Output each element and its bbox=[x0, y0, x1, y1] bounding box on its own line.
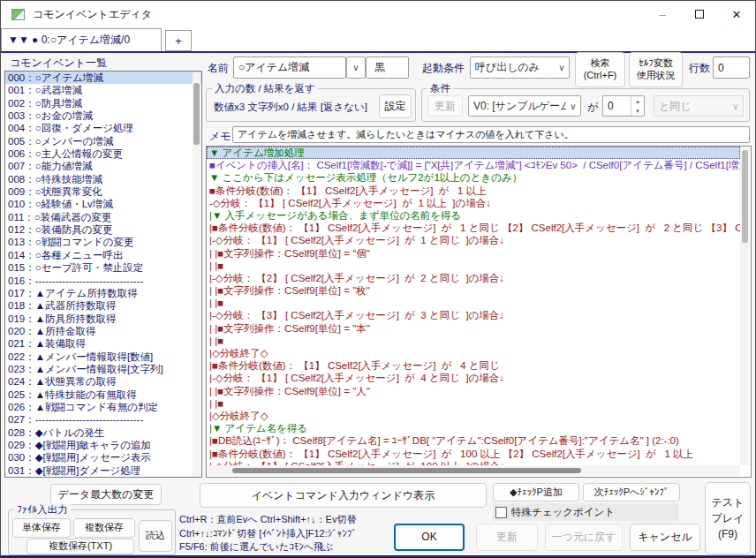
code-line[interactable]: | |■文字列操作：CSelf9[単位] = "枚" bbox=[207, 284, 740, 297]
code-line[interactable]: |▼ 入手メッセージがある場合、まず単位の名前を得る bbox=[207, 209, 740, 222]
list-item[interactable]: 014：○各種メニュー呼出 bbox=[5, 249, 201, 261]
list-item[interactable]: 011：○装備武器の変更 bbox=[5, 211, 201, 223]
list-item[interactable]: 002：○防具増減 bbox=[5, 97, 201, 109]
list-item[interactable]: 018：▲武器所持数取得 bbox=[5, 299, 201, 312]
name-dropdown-button[interactable]: ∨ bbox=[346, 57, 366, 79]
maximize-button[interactable] bbox=[681, 1, 718, 27]
minimize-button[interactable]: – bbox=[644, 1, 681, 27]
code-line[interactable]: | |■文字列操作：CSelf9[単位] = "個" bbox=[207, 247, 740, 260]
ok-button[interactable]: OK bbox=[394, 524, 465, 551]
list-item[interactable]: 022：▲メンバー情報取得[数値] bbox=[5, 351, 201, 363]
list-item[interactable]: 003：○お金の増減 bbox=[5, 109, 201, 122]
checkpoint-add-button[interactable]: ◆ﾁｪｯｸP追加 bbox=[493, 483, 579, 501]
add-tab-button[interactable]: + bbox=[165, 30, 192, 51]
code-line[interactable]: | |■ bbox=[207, 297, 740, 309]
load-button[interactable]: 読込 bbox=[139, 520, 172, 552]
list-item[interactable]: 016：-------------------------------- bbox=[5, 275, 201, 287]
list-item[interactable]: 004：○回復・ダメージ処理 bbox=[5, 122, 201, 134]
list-item[interactable]: 009：○状態異常変化 bbox=[5, 185, 201, 198]
chevron-down-icon: ∨ bbox=[555, 63, 569, 72]
list-item[interactable]: 029：◆[戦闘用]敵キャラの追加 bbox=[5, 439, 201, 451]
list-item[interactable]: 013：○戦闘コマンドの変更 bbox=[5, 236, 201, 248]
line-count-field[interactable]: 0 bbox=[713, 57, 750, 79]
condition-value-spinner[interactable]: 0 ▲ ▼ bbox=[602, 95, 645, 117]
list-item[interactable]: 005：○メンバーの増減 bbox=[5, 135, 201, 147]
list-item[interactable]: 010：○経験値・Lv増減 bbox=[5, 198, 201, 210]
code-line[interactable]: |-◇分岐： 【1】 [ CSelf2[入手メッセージ] が 1 と同じ ]の場… bbox=[207, 234, 740, 246]
code-line[interactable]: | |■ bbox=[207, 335, 740, 347]
code-line[interactable]: |-◇分岐： 【1】 [ CSelf2[入手メッセージ] が 4 と同じ ]の場… bbox=[207, 372, 740, 384]
code-line[interactable]: | |■文字列操作：CSelf9[単位] = "人" bbox=[207, 385, 740, 397]
list-item[interactable]: 017：▲アイテム所持数取得 bbox=[5, 287, 201, 299]
list-item[interactable]: 027：-------------------------------- bbox=[5, 413, 201, 426]
list-scrollbar-thumb[interactable] bbox=[193, 83, 200, 145]
code-line[interactable]: ▼ ここから下はメッセージ表示処理（セルフ2が1以上のときのみ） bbox=[207, 171, 740, 184]
list-item[interactable]: 019：▲防具所持数取得 bbox=[5, 313, 201, 325]
list-item[interactable]: 007：○能力値増減 bbox=[5, 160, 201, 172]
memo-label: メモ bbox=[209, 129, 231, 144]
condition-variable-combo[interactable]: V0: [サンプルゲーム]コッソ ∨ bbox=[468, 95, 581, 117]
command-input-window-button[interactable]: イベントコマンド入力ウィンドウ表示 bbox=[200, 483, 487, 508]
code-line[interactable]: |■条件分岐(数値)： 【1】 CSelf2[入手メッセージ] が 100 以上… bbox=[207, 448, 740, 460]
list-item[interactable]: 000：○アイテム増減 bbox=[5, 72, 201, 84]
condition-update-button[interactable]: 更新 bbox=[427, 95, 463, 117]
code-line[interactable]: | |■ bbox=[207, 260, 740, 272]
code-line[interactable]: |▼ アイテム名を得る bbox=[207, 422, 740, 434]
cancel-button[interactable]: キャンセル bbox=[630, 524, 700, 551]
single-save-button[interactable]: 単体保存 bbox=[12, 518, 71, 538]
test-play-button[interactable]: テスト プレイ (F9) bbox=[705, 482, 751, 554]
list-scrollbar[interactable] bbox=[193, 72, 200, 477]
selfvar-usage-button[interactable]: ｾﾙﾌ変数 使用状況 bbox=[629, 52, 683, 87]
code-hscroll-thumb[interactable] bbox=[232, 468, 581, 473]
multi-save-button[interactable]: 複数保存 bbox=[73, 518, 135, 538]
list-item[interactable]: 001：○武器増減 bbox=[5, 84, 201, 96]
spinner-down-icon[interactable]: ▼ bbox=[631, 106, 644, 116]
list-item[interactable]: 021：▲装備取得 bbox=[5, 337, 201, 350]
undo-button[interactable]: 一つ元に戻す bbox=[545, 524, 623, 551]
code-line[interactable]: |■条件分岐(数値)： 【1】 CSelf2[入手メッセージ] が 4 と同じ bbox=[207, 359, 740, 372]
code-line[interactable]: |■条件分岐(数値)： 【1】 CSelf2[入手メッセージ] が 1 と同じ … bbox=[207, 222, 740, 234]
name-input[interactable]: ○アイテム増減 bbox=[233, 57, 346, 79]
code-line[interactable]: ■条件分岐(数値)： 【1】 CSelf2[入手メッセージ] が 1 以上 bbox=[207, 185, 740, 197]
code-line[interactable]: |■DB読込(ﾕｰｻﾞ)： CSelf8[アイテム名] = ﾕｰｻﾞDB[ "ア… bbox=[207, 434, 740, 447]
list-item[interactable]: 024：▲状態異常の取得 bbox=[5, 375, 201, 388]
code-line[interactable]: -◇分岐： 【1】 [ CSelf2[入手メッセージ] が 1 以上 ]の場合↓ bbox=[207, 197, 740, 209]
code-vscroll-thumb[interactable] bbox=[742, 150, 748, 243]
tab-common-event[interactable]: ▼▼ ● 0:○アイテム増減/0 bbox=[1, 28, 162, 51]
update-button[interactable]: 更新 bbox=[476, 524, 538, 551]
list-item[interactable]: 028：◆バトルの発生 bbox=[5, 426, 201, 439]
list-item[interactable]: 012：○装備防具の変更 bbox=[5, 223, 201, 236]
list-item[interactable]: 025：▲特殊技能の有無取得 bbox=[5, 388, 201, 401]
list-item[interactable]: 026：▲戦闘コマンド有無の判定 bbox=[5, 401, 201, 413]
list-item[interactable]: 031：◆[戦闘用]ダメージ処理 bbox=[5, 464, 201, 477]
code-line[interactable]: |-◇分岐： 【3】 [ CSelf2[入手メッセージ] が 3 と同じ ]の場… bbox=[207, 309, 740, 321]
code-line[interactable]: |◇分岐終了◇ bbox=[207, 410, 740, 422]
code-line[interactable]: ▼ アイテム増加処理 bbox=[207, 147, 740, 159]
list-item[interactable]: 015：○セーブ許可・禁止設定 bbox=[5, 261, 201, 274]
list-item[interactable]: 030：◆[戦闘用]メッセージ表示 bbox=[5, 451, 201, 464]
trigger-combo[interactable]: 呼び出しのみ ∨ bbox=[470, 57, 570, 79]
code-line[interactable]: | |■文字列操作：CSelf9[単位] = "本" bbox=[207, 322, 740, 335]
max-data-button[interactable]: データ最大数の変更 bbox=[50, 484, 162, 505]
code-horizontal-scrollbar[interactable] bbox=[208, 465, 740, 476]
code-line[interactable]: ■イベントの挿入[名]： CSelf1[増減数[-で減]] = ["X[共]アイ… bbox=[207, 159, 740, 171]
code-line[interactable]: |◇分岐終了◇ bbox=[207, 347, 740, 359]
list-item[interactable]: 023：▲メンバー情報取得[文字列] bbox=[5, 363, 201, 375]
list-item[interactable]: 020：▲所持金取得 bbox=[5, 325, 201, 337]
spinner-up-icon[interactable]: ▲ bbox=[631, 96, 644, 106]
search-button[interactable]: 検索 (Ctrl+F) bbox=[575, 52, 625, 87]
close-button[interactable]: ✕ bbox=[718, 1, 755, 27]
condition-comparator-combo[interactable]: と同じ ∨ bbox=[654, 95, 744, 117]
file-io-legend: ﾌｧｲﾙ入出力 bbox=[14, 503, 71, 517]
name-color-field[interactable]: 黒 bbox=[366, 57, 409, 79]
io-config-button[interactable]: 設定 bbox=[379, 94, 412, 118]
code-line[interactable]: | |■ bbox=[207, 397, 740, 410]
special-checkpoint-checkbox[interactable] bbox=[495, 507, 507, 518]
code-vertical-scrollbar[interactable] bbox=[740, 147, 750, 465]
multi-save-txt-button[interactable]: 複数保存(TXT) bbox=[26, 539, 134, 554]
code-line[interactable]: |-◇分岐： 【2】 [ CSelf2[入手メッセージ] が 2 と同じ ]の場… bbox=[207, 272, 740, 284]
list-item[interactable]: 006：○主人公情報の変更 bbox=[5, 147, 201, 160]
checkpoint-jump-button[interactable]: 次ﾁｪｯｸPへｼﾞｬﾝﾌﾟ bbox=[583, 483, 680, 501]
list-item[interactable]: 008：○特殊技能増減 bbox=[5, 173, 201, 185]
memo-input[interactable]: アイテムを増減させます。減らしたいときはマイナスの値を入れて下さい。 bbox=[232, 126, 750, 143]
